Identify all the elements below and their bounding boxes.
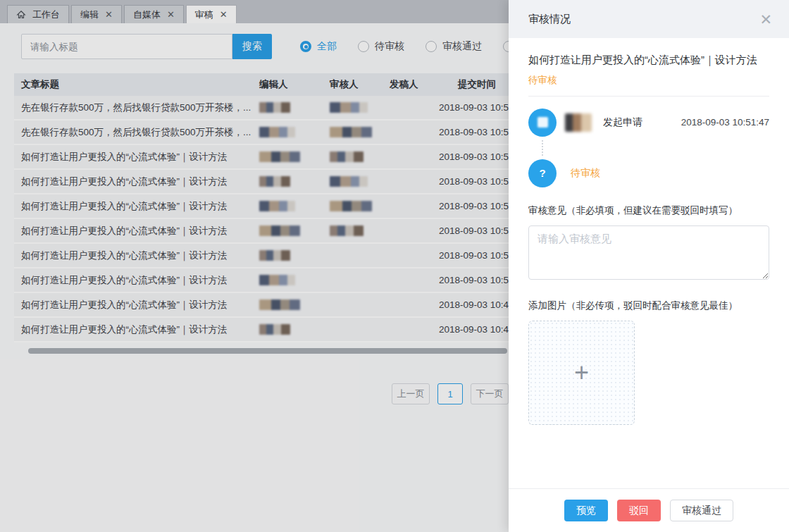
- pending-status-label: 待审核: [571, 167, 600, 180]
- timeline-action: 发起申请: [603, 116, 642, 129]
- drawer-body: 如何打造让用户更投入的“心流式体验”｜设计方法 待审核 发起申请 2018-09…: [509, 38, 789, 488]
- timeline-timestamp: 2018-09-03 10:51:47: [681, 117, 769, 128]
- drawer-header: 审核情况 ✕: [509, 0, 789, 38]
- review-timeline: 发起申请 2018-09-03 10:51:47 ? 待审核: [528, 109, 769, 187]
- question-icon: ?: [528, 159, 557, 187]
- opinion-textarea[interactable]: [528, 225, 769, 280]
- divider: [528, 96, 769, 97]
- apply-step-icon: [528, 109, 557, 137]
- close-icon[interactable]: ✕: [759, 12, 772, 27]
- approve-button[interactable]: 审核通过: [670, 500, 733, 521]
- article-title: 如何打造让用户更投入的“心流式体验”｜设计方法: [528, 52, 769, 68]
- reject-button[interactable]: 驳回: [617, 500, 661, 521]
- image-upload-dropzone[interactable]: +: [528, 321, 635, 425]
- article-status-badge: 待审核: [528, 74, 769, 87]
- timeline-item-apply: 发起申请 2018-09-03 10:51:47: [528, 109, 769, 137]
- redacted-applicant-avatar: [565, 113, 592, 132]
- question-glyph: ?: [539, 167, 545, 179]
- plus-icon: +: [574, 360, 589, 385]
- user-edit-icon: [538, 117, 548, 128]
- preview-button[interactable]: 预览: [564, 500, 608, 521]
- upload-label: 添加图片（非必传项，驳回时配合审核意见最佳）: [528, 299, 769, 312]
- timeline-connector: [542, 140, 543, 156]
- timeline-item-pending: ? 待审核: [528, 159, 769, 187]
- opinion-label: 审核意见（非必填项，但建议在需要驳回时填写）: [528, 204, 769, 217]
- review-drawer: 审核情况 ✕ 如何打造让用户更投入的“心流式体验”｜设计方法 待审核 发起申请 …: [509, 0, 789, 532]
- drawer-footer: 预览 驳回 审核通过: [509, 488, 789, 532]
- drawer-title: 审核情况: [528, 13, 571, 26]
